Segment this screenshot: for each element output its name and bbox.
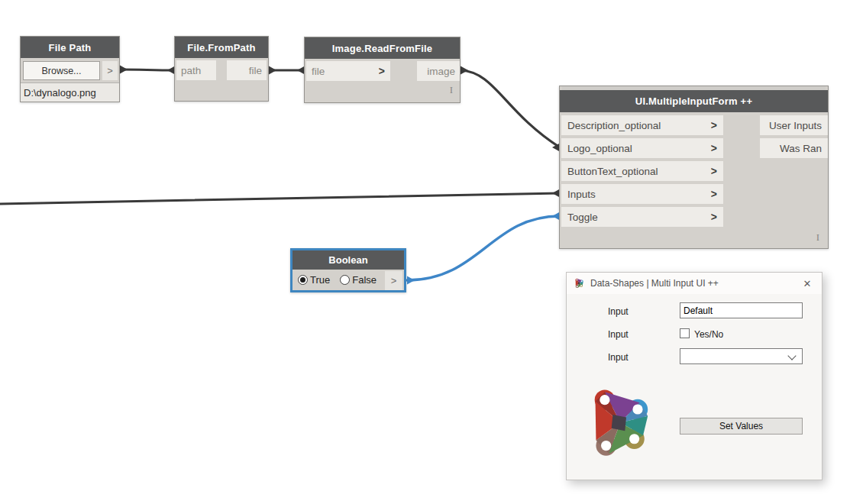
wire-offscreen-to-inputs[interactable] bbox=[0, 193, 560, 204]
multi-input-dialog: Data-Shapes | Multi Input UI ++ ✕ Input … bbox=[566, 272, 823, 480]
yesno-checkbox-label: Yes/No bbox=[694, 329, 723, 340]
dialog-title: Data-Shapes | Multi Input UI ++ bbox=[590, 278, 719, 289]
wire-image-to-logo-optional[interactable] bbox=[461, 70, 560, 147]
output-port[interactable]: > bbox=[102, 61, 118, 80]
port-chevron-icon: > bbox=[711, 165, 717, 177]
port-chevron-icon: > bbox=[711, 142, 717, 154]
port-label: Toggle bbox=[567, 212, 598, 223]
radio-false-label: False bbox=[352, 274, 377, 286]
node-image-readfromfile[interactable]: Image.ReadFromFile file > image I bbox=[304, 37, 461, 103]
set-values-button[interactable]: Set Values bbox=[680, 418, 803, 435]
output-port-was-ran[interactable]: Was Ran bbox=[760, 138, 828, 158]
port-label: file bbox=[312, 66, 325, 77]
lacing-indicator[interactable]: I bbox=[450, 84, 453, 96]
radio-false[interactable]: False bbox=[340, 274, 377, 286]
radio-false-circle-icon bbox=[340, 275, 350, 285]
input-port-path[interactable]: path bbox=[176, 60, 216, 80]
output-connector-nub bbox=[120, 66, 128, 74]
browse-button[interactable]: Browse... bbox=[23, 61, 100, 80]
input-label-3: Input bbox=[608, 352, 629, 363]
output-connector-nub bbox=[461, 66, 468, 75]
port-chevron-icon: > bbox=[711, 119, 717, 131]
dialog-titlebar[interactable]: Data-Shapes | Multi Input UI ++ ✕ bbox=[567, 273, 822, 294]
output-port-user-inputs[interactable]: User Inputs bbox=[760, 115, 828, 135]
radio-true-label: True bbox=[310, 274, 330, 286]
port-label: Logo_optional bbox=[567, 143, 632, 154]
chevron-down-icon bbox=[787, 351, 796, 360]
node-multipleinputform[interactable]: UI.MultipleInputForm ++ Description_opti… bbox=[559, 86, 829, 249]
output-port[interactable]: > bbox=[385, 271, 402, 290]
file-path-value[interactable]: D:\dynalogo.png bbox=[21, 82, 119, 102]
node-title[interactable]: UI.MultipleInputForm ++ bbox=[560, 90, 828, 112]
port-label: Inputs bbox=[567, 189, 596, 200]
input-port-inputs[interactable]: Inputs > bbox=[561, 184, 723, 204]
port-chevron-icon: > bbox=[711, 211, 717, 223]
node-file-frompath[interactable]: File.FromPath path file bbox=[174, 36, 269, 102]
data-shapes-logo-icon bbox=[574, 278, 584, 289]
output-connector-nub bbox=[269, 66, 276, 75]
output-port-image[interactable]: image bbox=[417, 61, 460, 81]
yesno-checkbox[interactable] bbox=[680, 328, 690, 338]
port-label: Description_optional bbox=[567, 120, 661, 131]
radio-selected-dot bbox=[300, 277, 305, 283]
input-port-buttontext-optional[interactable]: ButtonText_optional > bbox=[561, 161, 723, 181]
input-port-toggle[interactable]: Toggle > bbox=[561, 207, 723, 227]
port-label: ButtonText_optional bbox=[567, 166, 658, 177]
port-chevron-icon: > bbox=[711, 188, 717, 200]
node-file-path[interactable]: File Path Browse... > D:\dynalogo.png bbox=[20, 36, 120, 102]
input-label-2: Input bbox=[608, 329, 629, 340]
output-connector-nub bbox=[407, 276, 415, 285]
radio-true-circle-icon bbox=[298, 275, 308, 285]
node-title[interactable]: Image.ReadFromFile bbox=[305, 37, 460, 59]
data-shapes-logo bbox=[587, 386, 654, 460]
input-port-file[interactable]: file > bbox=[306, 61, 390, 81]
node-title[interactable]: Boolean bbox=[292, 250, 404, 270]
text-input-default[interactable] bbox=[680, 302, 803, 318]
wire-boolean-to-toggle[interactable] bbox=[407, 216, 560, 280]
port-chevron-icon: > bbox=[379, 65, 385, 77]
wire-filepath-to-frompath[interactable] bbox=[120, 69, 175, 70]
node-title[interactable]: File.FromPath bbox=[175, 37, 268, 58]
lacing-indicator[interactable]: I bbox=[816, 231, 819, 244]
input-port-logo-optional[interactable]: Logo_optional > bbox=[561, 138, 723, 158]
node-boolean[interactable]: Boolean True False > bbox=[290, 248, 406, 292]
node-title[interactable]: File Path bbox=[21, 37, 119, 58]
close-icon[interactable]: ✕ bbox=[799, 275, 816, 292]
output-port-file[interactable]: file bbox=[227, 60, 267, 80]
dropdown-select[interactable] bbox=[680, 348, 803, 364]
input-port-description-optional[interactable]: Description_optional > bbox=[561, 115, 723, 135]
radio-true[interactable]: True bbox=[298, 274, 330, 286]
input-label-1: Input bbox=[608, 306, 629, 317]
